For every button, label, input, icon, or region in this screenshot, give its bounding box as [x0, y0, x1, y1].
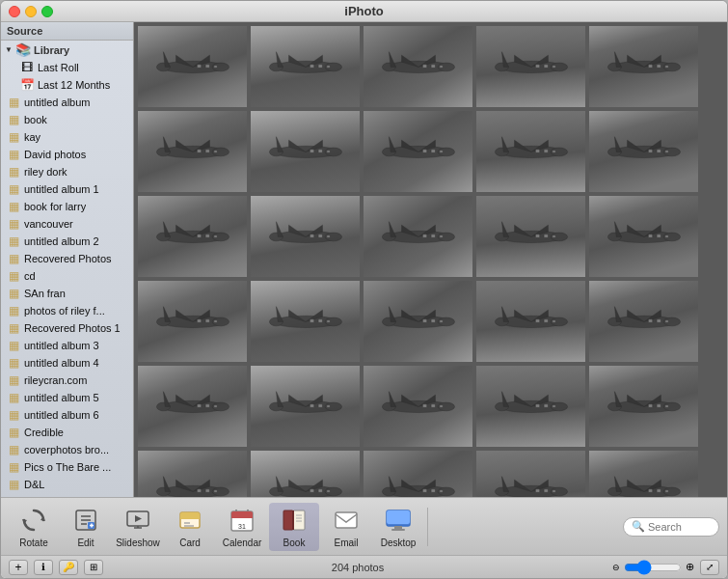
photo-thumbnail[interactable]: [589, 451, 698, 497]
photo-thumbnail[interactable]: [364, 366, 472, 447]
sidebar-item-book-larry[interactable]: ▦ book for larry: [1, 198, 133, 215]
svg-rect-141: [422, 319, 426, 322]
photo-thumbnail[interactable]: [589, 366, 698, 447]
photo-thumbnail[interactable]: [138, 451, 247, 497]
photo-thumbnail[interactable]: [476, 366, 585, 447]
flag-button[interactable]: ⊞: [84, 560, 103, 575]
photo-thumbnail[interactable]: [364, 281, 472, 362]
zoom-range[interactable]: [624, 563, 682, 572]
album-icon: ▦: [7, 182, 20, 196]
photo-thumbnail[interactable]: [138, 26, 247, 107]
photo-thumbnail[interactable]: [138, 281, 247, 362]
photo-thumbnail[interactable]: [589, 196, 698, 277]
search-input[interactable]: [648, 521, 711, 533]
sidebar-item-untitled-4[interactable]: ▦ untitled album 4: [1, 354, 133, 372]
slideshow-icon: [122, 505, 153, 536]
sidebar-item-pics-bare[interactable]: ▦ Pics o The Bare ...: [1, 458, 133, 476]
photo-thumbnail[interactable]: [364, 111, 472, 192]
album-icon: ▦: [7, 339, 20, 352]
photo-thumbnail[interactable]: [364, 451, 472, 497]
email-button[interactable]: Email: [321, 503, 371, 551]
svg-rect-215: [326, 490, 329, 493]
sidebar-item-credible[interactable]: ▦ Credible: [1, 424, 133, 441]
svg-rect-409: [293, 510, 305, 530]
desktop-label: Desktop: [381, 538, 417, 548]
book-button[interactable]: Book: [269, 503, 319, 551]
photo-thumbnail[interactable]: [476, 196, 585, 277]
photo-grid[interactable]: [134, 22, 727, 497]
photo-thumbnail[interactable]: [476, 281, 585, 362]
photo-thumbnail[interactable]: [251, 196, 360, 277]
photo-thumbnail[interactable]: [476, 111, 585, 192]
photo-thumbnail[interactable]: [138, 366, 247, 447]
album-icon: ▦: [7, 113, 20, 126]
photo-count: 204 photos: [109, 562, 607, 573]
sidebar-item-untitled-5[interactable]: ▦ untitled album 5: [1, 389, 133, 406]
photo-thumbnail[interactable]: [251, 281, 360, 362]
sidebar-item-book[interactable]: ▦ book: [1, 111, 133, 128]
album-icon: ▦: [7, 391, 20, 404]
minimize-button[interactable]: [25, 6, 37, 17]
photo-thumbnail[interactable]: [364, 26, 472, 107]
photo-thumbnail[interactable]: [251, 451, 360, 497]
sidebar-scroll[interactable]: ▼ 📚 Library 🎞 Last Roll 📅 Last 12 Months…: [1, 41, 133, 497]
sidebar-item-kay[interactable]: ▦ kay: [1, 128, 133, 146]
maximize-button[interactable]: [41, 6, 53, 17]
sidebar-item-untitled-6[interactable]: ▦ untitled album 6: [1, 406, 133, 424]
sidebar-item-dl[interactable]: ▦ D&L: [1, 476, 133, 493]
edit-button[interactable]: Edit: [61, 503, 111, 551]
sidebar-item-vancouver[interactable]: ▦ vancouver: [1, 215, 133, 233]
photo-thumbnail[interactable]: [476, 451, 585, 497]
sidebar-item-untitled-b1[interactable]: ▦ untitled album 1: [1, 180, 133, 198]
sidebar-item-sanfran[interactable]: ▦ SAn fran: [1, 285, 133, 302]
svg-rect-87: [213, 235, 216, 238]
album-icon: ▦: [7, 200, 20, 213]
photo-thumbnail[interactable]: [138, 111, 247, 192]
svg-rect-111: [552, 235, 554, 238]
item-label: vancouver: [24, 218, 73, 230]
slideshow-button[interactable]: Slideshow: [113, 503, 163, 551]
sidebar-item-recovered[interactable]: ▦ Recovered Photos: [1, 250, 133, 267]
calendar-button[interactable]: 31 Calendar: [217, 503, 267, 551]
sidebar-section-library[interactable]: ▼ 📚 Library: [1, 41, 133, 59]
svg-rect-55: [326, 151, 329, 153]
sidebar-item-last-12[interactable]: 📅 Last 12 Months: [1, 76, 133, 94]
fullscreen-button[interactable]: ⤢: [700, 560, 719, 575]
close-button[interactable]: [9, 6, 20, 17]
svg-rect-103: [439, 235, 442, 238]
sidebar-item-untitled-3[interactable]: ▦ untitled album 3: [1, 337, 133, 354]
card-button[interactable]: Card: [165, 503, 215, 551]
album-icon: ▦: [7, 373, 20, 387]
photo-thumbnail[interactable]: [364, 196, 472, 277]
search-box[interactable]: 🔍: [623, 517, 719, 537]
photo-thumbnail[interactable]: [251, 26, 360, 107]
sidebar-item-last-roll[interactable]: 🎞 Last Roll: [1, 59, 133, 76]
photo-thumbnail[interactable]: [589, 281, 698, 362]
sidebar-item-coverphotos[interactable]: ▦ coverphotos bro...: [1, 441, 133, 458]
svg-rect-30: [544, 65, 548, 68]
album-icon: ▦: [7, 252, 20, 265]
photo-thumbnail[interactable]: [138, 196, 247, 277]
photo-thumbnail[interactable]: [251, 111, 360, 192]
photo-thumbnail[interactable]: [589, 26, 698, 107]
sidebar-item-riley-dork[interactable]: ▦ riley dork: [1, 163, 133, 180]
sidebar-item-photos-riley[interactable]: ▦ photos of riley f...: [1, 302, 133, 319]
lock-button[interactable]: 🔑: [59, 560, 78, 575]
photo-thumbnail[interactable]: [476, 26, 585, 107]
info-button[interactable]: ℹ: [34, 560, 53, 575]
svg-rect-5: [197, 65, 201, 68]
sidebar-item-rileycran[interactable]: ▦ rileycran.com: [1, 372, 133, 389]
sidebar-item-recovered-1[interactable]: ▦ Recovered Photos 1: [1, 319, 133, 337]
rotate-button[interactable]: Rotate: [9, 503, 59, 551]
desktop-button[interactable]: Desktop: [373, 503, 423, 551]
calendar-label: Calendar: [223, 538, 262, 548]
add-button[interactable]: +: [9, 560, 28, 575]
sidebar-item-untitled-album-1[interactable]: ▦ untitled album: [1, 94, 133, 111]
sidebar-item-untitled-2[interactable]: ▦ untitled album 2: [1, 233, 133, 250]
search-icon: 🔍: [632, 520, 645, 533]
photo-thumbnail[interactable]: [251, 366, 360, 447]
sidebar-item-david[interactable]: ▦ David photos: [1, 146, 133, 163]
photo-thumbnail[interactable]: [589, 111, 698, 192]
sidebar-item-cd[interactable]: ▦ cd: [1, 267, 133, 285]
svg-rect-408: [283, 510, 293, 530]
